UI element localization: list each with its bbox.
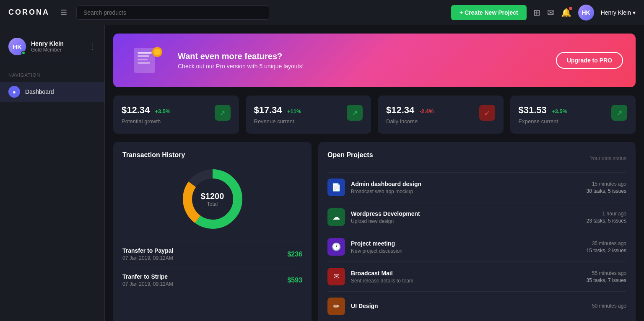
grid-icon[interactable]: ⊞ <box>533 8 540 18</box>
tx-date-1: 07 Jan 2019, 09:12AM <box>122 281 173 287</box>
sidebar-more-icon[interactable]: ⋮ <box>88 42 96 51</box>
project-name-0: Admin dashboard design <box>351 181 581 187</box>
stat-card-daily-income: $12.34 -2.4% Daily Income ↙ <box>378 96 504 134</box>
stat-badge-1: +11% <box>287 108 301 114</box>
donut-chart: $1200 Total <box>179 166 246 233</box>
svg-rect-1 <box>138 52 152 54</box>
project-sub-1: Upload new design <box>351 218 581 224</box>
promo-banner: Want even more features? Check out our P… <box>113 34 636 87</box>
donut-amount: $1200 <box>201 192 224 201</box>
stat-value-0: $12.34 <box>122 105 150 115</box>
app-logo: CORONA <box>8 8 49 17</box>
topnav: CORONA ☰ + Create New Project ⊞ ✉ 🔔 HK H… <box>0 0 644 25</box>
nav-section-label: Navigation <box>0 72 104 82</box>
notification-dot <box>569 7 572 10</box>
stat-arrow-3: ↗ <box>611 105 627 121</box>
projects-title: Open Projects <box>327 151 373 159</box>
svg-rect-2 <box>138 55 149 57</box>
sidebar-user-name: Henry Klein <box>31 40 83 47</box>
stat-card-revenue: $17.34 +11% Revenue current ↗ <box>246 96 371 134</box>
project-time-3: 55 minutes ago <box>587 270 626 276</box>
project-icon-1: ☁ <box>327 208 345 226</box>
project-sub-0: Broadcast web app mockup <box>351 189 581 194</box>
sidebar-item-label: Dashboard <box>25 88 54 95</box>
tx-date-0: 07 Jan 2019, 09:12AM <box>122 255 173 261</box>
transaction-item-1: Tranfer to Stripe 07 Jan 2019, 09:12AM $… <box>122 267 302 293</box>
projects-header: Open Projects Your data status <box>327 151 626 166</box>
stat-arrow-2: ↙ <box>479 105 495 121</box>
project-sub-2: New project discussion <box>351 248 581 254</box>
sidebar-avatar: HK <box>8 38 26 55</box>
project-stats-0: 30 tasks, 5 issues <box>587 188 626 194</box>
svg-point-6 <box>154 49 161 55</box>
menu-icon[interactable]: ☰ <box>60 8 67 17</box>
tx-amount-0: $236 <box>287 251 302 258</box>
project-icon-3: ✉ <box>327 268 345 285</box>
bell-icon[interactable]: 🔔 <box>561 8 571 18</box>
stat-arrow-1: ↗ <box>347 105 363 121</box>
project-name-4: UI Design <box>351 303 586 309</box>
project-name-3: Broadcast Mail <box>351 270 581 277</box>
svg-rect-3 <box>138 59 148 60</box>
stat-label-3: Expense current <box>519 118 568 124</box>
stat-badge-2: -2.4% <box>419 108 434 114</box>
avatar[interactable]: HK <box>578 5 594 21</box>
project-item-1[interactable]: ☁ Wordpress Development Upload new desig… <box>327 202 626 232</box>
stat-card-potential-growth: $12.34 +3.5% Potential growth ↗ <box>113 96 239 134</box>
stat-cards: $12.34 +3.5% Potential growth ↗ $17.34 +… <box>113 96 636 134</box>
stat-badge-0: +3.5% <box>155 108 170 114</box>
stat-badge-3: +3.5% <box>552 108 567 114</box>
project-item-4[interactable]: ✏ UI Design 50 minutes ago <box>327 291 626 321</box>
online-indicator <box>21 51 26 55</box>
main-layout: HK Henry Klein Gold Member ⋮ Navigation … <box>0 25 644 321</box>
bottom-section: Transaction History $1 <box>113 142 636 321</box>
project-item-broadcast-mail[interactable]: ✉ Broadcast Mail Sent release details to… <box>327 261 626 291</box>
project-item-0[interactable]: 📄 Admin dashboard design Broadcast web a… <box>327 172 626 202</box>
project-stats-3: 35 tasks, 7 issues <box>587 277 626 283</box>
transaction-card: Transaction History $1 <box>113 142 312 321</box>
stat-arrow-0: ↗ <box>215 105 231 121</box>
stat-value-1: $17.34 <box>254 105 282 115</box>
project-item-2[interactable]: 🕐 Project meeting New project discussion… <box>327 232 626 261</box>
sidebar-user-role: Gold Member <box>31 47 83 53</box>
banner-title: Want even more features? <box>178 52 556 61</box>
mail-icon[interactable]: ✉ <box>547 8 554 18</box>
project-name-1: Wordpress Development <box>351 210 581 217</box>
transaction-title: Transaction History <box>122 151 302 159</box>
project-name-2: Project meeting <box>351 240 581 247</box>
project-icon-2: 🕐 <box>327 238 345 256</box>
stat-value-3: $31.53 <box>519 105 547 115</box>
create-project-button[interactable]: + Create New Project <box>451 5 527 20</box>
user-name-label[interactable]: Henry Klein ▾ <box>601 9 636 16</box>
stat-value-2: $12.34 <box>386 105 414 115</box>
donut-container: $1200 Total <box>122 166 302 233</box>
dashboard-icon: ● <box>8 86 20 98</box>
project-icon-4: ✏ <box>327 298 345 315</box>
project-time-4: 50 minutes ago <box>592 303 626 309</box>
tx-name-1: Tranfer to Stripe <box>122 273 173 280</box>
projects-card: Open Projects Your data status 📄 Admin d… <box>318 142 636 321</box>
main-content: Want even more features? Check out our P… <box>105 25 644 321</box>
upgrade-button[interactable]: Upgrade to PRO <box>556 52 623 69</box>
stat-label-2: Daily Income <box>386 118 434 124</box>
stat-label-1: Revenue current <box>254 118 301 124</box>
transaction-item-0: Transfer to Paypal 07 Jan 2019, 09:12AM … <box>122 241 302 267</box>
project-stats-2: 15 tasks, 2 issues <box>587 248 626 254</box>
donut-label: Total <box>201 201 224 207</box>
sidebar: HK Henry Klein Gold Member ⋮ Navigation … <box>0 25 105 321</box>
banner-illustration <box>126 44 168 77</box>
project-time-1: 1 hour ago <box>587 211 626 217</box>
project-icon-0: 📄 <box>327 179 345 196</box>
nav-right: + Create New Project ⊞ ✉ 🔔 HK Henry Klei… <box>451 5 636 21</box>
banner-subtitle: Check out our Pro version with 5 unique … <box>178 63 556 70</box>
project-time-0: 15 minutes ago <box>587 181 626 187</box>
project-sub-3: Sent release details to team <box>351 278 581 284</box>
tx-name-0: Transfer to Paypal <box>122 247 173 254</box>
search-input[interactable] <box>76 5 269 20</box>
stat-card-expense: $31.53 +3.5% Expense current ↗ <box>510 96 636 134</box>
sidebar-item-dashboard[interactable]: ● Dashboard <box>0 82 104 102</box>
svg-rect-4 <box>138 62 150 64</box>
project-time-2: 35 minutes ago <box>587 241 626 246</box>
stat-label-0: Potential growth <box>122 118 171 124</box>
sidebar-user: HK Henry Klein Gold Member ⋮ <box>0 34 104 64</box>
